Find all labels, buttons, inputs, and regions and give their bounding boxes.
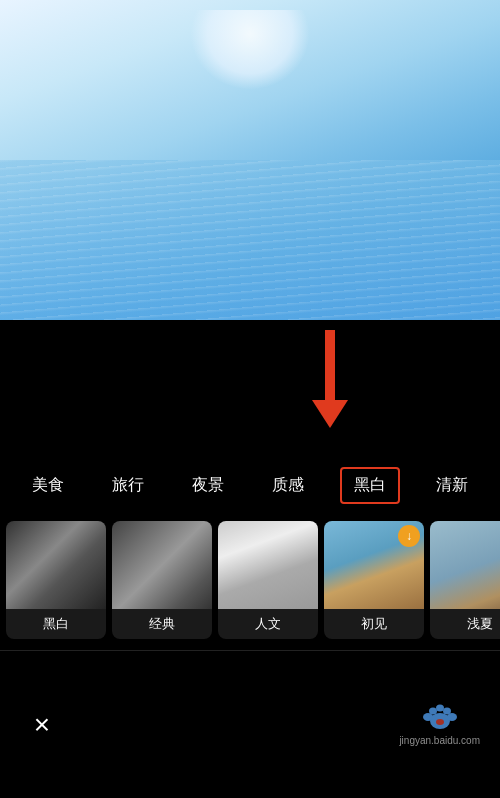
baidu-url-text: jingyan.baidu.com [399,735,480,746]
thumb-renwen[interactable]: 人文 [218,521,318,639]
bottom-bar: × jingyan.baidu.com [0,650,500,798]
thumb-jingdian[interactable]: 经典 [112,521,212,639]
close-button[interactable]: × [20,703,64,747]
thumb-chujian-label: 初见 [324,609,424,639]
download-badge-icon: ↓ [398,525,420,547]
arrow-indicator [300,330,360,440]
thumb-qianxia-img [430,521,500,609]
thumb-qianxia[interactable]: 浅夏 [430,521,500,639]
tab-qingxin[interactable]: 清新 [424,469,480,502]
thumb-chujian[interactable]: ↓ 初见 [324,521,424,639]
tab-yejing[interactable]: 夜景 [180,469,236,502]
thumb-chujian-img: ↓ [324,521,424,609]
thumb-heibai[interactable]: 黑白 [6,521,106,639]
baidu-watermark: jingyan.baidu.com [399,703,480,746]
svg-point-4 [443,708,451,715]
thumb-qianxia-label: 浅夏 [430,609,500,639]
tab-meishi[interactable]: 美食 [20,469,76,502]
thumb-heibai-img [6,521,106,609]
thumb-heibai-label: 黑白 [6,609,106,639]
tab-heibai[interactable]: 黑白 [340,467,400,504]
svg-point-3 [429,708,437,715]
arrow-head [312,400,348,428]
svg-point-5 [436,705,444,712]
thumb-jingdian-img [112,521,212,609]
tab-lvxing[interactable]: 旅行 [100,469,156,502]
tab-zhigan[interactable]: 质感 [260,469,316,502]
filter-thumbs-row: 黑白 经典 人文 ↓ 初见 浅夏 [0,510,500,650]
thumb-renwen-label: 人文 [218,609,318,639]
thumb-renwen-img [218,521,318,609]
filter-tabs-row: 美食 旅行 夜景 质感 黑白 清新 [0,460,500,510]
middle-black-area [0,320,500,460]
baidu-logo-icon [418,703,462,733]
svg-point-6 [436,719,444,725]
photo-area [0,0,500,320]
thumb-jingdian-label: 经典 [112,609,212,639]
arrow-shaft [325,330,335,400]
